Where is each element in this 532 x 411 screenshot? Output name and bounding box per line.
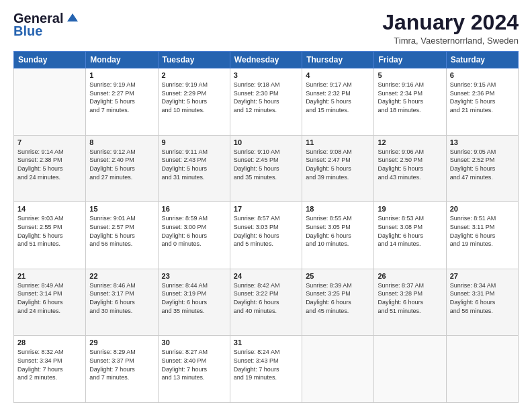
day-number: 6 <box>450 71 515 79</box>
day-info: Sunrise: 9:19 AM Sunset: 2:29 PM Dayligh… <box>162 81 226 114</box>
month-title: January 2024 <box>382 11 519 34</box>
day-number: 17 <box>234 205 298 213</box>
calendar-cell: 16Sunrise: 8:59 AM Sunset: 3:00 PM Dayli… <box>158 202 230 269</box>
calendar-cell: 6Sunrise: 9:15 AM Sunset: 2:36 PM Daylig… <box>446 68 518 136</box>
day-number: 3 <box>234 71 298 79</box>
day-number: 8 <box>89 138 154 146</box>
day-info: Sunrise: 9:11 AM Sunset: 2:43 PM Dayligh… <box>162 148 226 181</box>
calendar-cell: 17Sunrise: 8:57 AM Sunset: 3:03 PM Dayli… <box>230 202 302 269</box>
day-info: Sunrise: 8:34 AM Sunset: 3:31 PM Dayligh… <box>450 281 515 315</box>
day-info: Sunrise: 9:19 AM Sunset: 2:27 PM Dayligh… <box>89 81 154 114</box>
day-number: 31 <box>234 338 298 347</box>
calendar-table: SundayMondayTuesdayWednesdayThursdayFrid… <box>13 51 519 403</box>
day-number: 10 <box>234 138 298 146</box>
calendar-cell: 26Sunrise: 8:37 AM Sunset: 3:28 PM Dayli… <box>374 269 446 336</box>
calendar-cell: 25Sunrise: 8:39 AM Sunset: 3:25 PM Dayli… <box>302 269 374 336</box>
location: Timra, Vaesternorrland, Sweden <box>382 36 519 46</box>
day-info: Sunrise: 8:24 AM Sunset: 3:43 PM Dayligh… <box>234 348 298 381</box>
day-info: Sunrise: 9:17 AM Sunset: 2:32 PM Dayligh… <box>306 81 370 114</box>
calendar-cell: 9Sunrise: 9:11 AM Sunset: 2:43 PM Daylig… <box>158 135 230 202</box>
calendar-cell: 22Sunrise: 8:46 AM Sunset: 3:17 PM Dayli… <box>86 269 158 336</box>
calendar-cell: 24Sunrise: 8:42 AM Sunset: 3:22 PM Dayli… <box>230 269 302 336</box>
calendar-cell: 20Sunrise: 8:51 AM Sunset: 3:11 PM Dayli… <box>446 202 518 269</box>
calendar-cell: 7Sunrise: 9:14 AM Sunset: 2:38 PM Daylig… <box>14 135 86 202</box>
day-info: Sunrise: 8:53 AM Sunset: 3:08 PM Dayligh… <box>378 214 442 248</box>
day-number: 11 <box>306 138 370 146</box>
calendar-header-monday: Monday <box>86 52 158 68</box>
calendar-week-row: 21Sunrise: 8:49 AM Sunset: 3:14 PM Dayli… <box>14 269 519 336</box>
calendar-cell: 31Sunrise: 8:24 AM Sunset: 3:43 PM Dayli… <box>230 336 302 403</box>
logo-blue: Blue <box>13 24 42 39</box>
day-number: 19 <box>378 205 442 213</box>
day-info: Sunrise: 8:57 AM Sunset: 3:03 PM Dayligh… <box>234 214 298 248</box>
day-number: 1 <box>89 71 154 79</box>
day-info: Sunrise: 8:49 AM Sunset: 3:14 PM Dayligh… <box>17 281 82 315</box>
calendar-cell: 27Sunrise: 8:34 AM Sunset: 3:31 PM Dayli… <box>446 269 518 336</box>
calendar-header-thursday: Thursday <box>302 52 374 68</box>
logo-icon <box>64 12 79 23</box>
calendar-cell: 12Sunrise: 9:06 AM Sunset: 2:50 PM Dayli… <box>374 135 446 202</box>
page: General Blue January 2024 Timra, Vaester… <box>0 0 532 411</box>
day-number: 12 <box>378 138 442 146</box>
calendar-cell: 11Sunrise: 9:08 AM Sunset: 2:47 PM Dayli… <box>302 135 374 202</box>
day-number: 30 <box>162 338 226 347</box>
calendar-week-row: 14Sunrise: 9:03 AM Sunset: 2:55 PM Dayli… <box>14 202 519 269</box>
day-info: Sunrise: 9:18 AM Sunset: 2:30 PM Dayligh… <box>234 81 298 114</box>
calendar-cell: 8Sunrise: 9:12 AM Sunset: 2:40 PM Daylig… <box>86 135 158 202</box>
day-info: Sunrise: 8:29 AM Sunset: 3:37 PM Dayligh… <box>89 348 154 381</box>
day-info: Sunrise: 8:46 AM Sunset: 3:17 PM Dayligh… <box>89 281 154 315</box>
day-info: Sunrise: 8:39 AM Sunset: 3:25 PM Dayligh… <box>306 281 370 315</box>
day-info: Sunrise: 9:12 AM Sunset: 2:40 PM Dayligh… <box>89 148 154 181</box>
calendar-cell: 21Sunrise: 8:49 AM Sunset: 3:14 PM Dayli… <box>14 269 86 336</box>
calendar-cell <box>14 68 86 136</box>
day-number: 28 <box>17 338 82 347</box>
day-number: 29 <box>89 338 154 347</box>
day-number: 22 <box>89 272 154 280</box>
day-number: 24 <box>234 272 298 280</box>
day-number: 15 <box>89 205 154 213</box>
calendar-cell: 18Sunrise: 8:55 AM Sunset: 3:05 PM Dayli… <box>302 202 374 269</box>
day-number: 18 <box>306 205 370 213</box>
day-number: 27 <box>450 272 515 280</box>
day-number: 16 <box>162 205 226 213</box>
calendar-cell: 13Sunrise: 9:05 AM Sunset: 2:52 PM Dayli… <box>446 135 518 202</box>
day-info: Sunrise: 8:55 AM Sunset: 3:05 PM Dayligh… <box>306 214 370 248</box>
day-info: Sunrise: 9:05 AM Sunset: 2:52 PM Dayligh… <box>450 148 515 181</box>
day-info: Sunrise: 9:10 AM Sunset: 2:45 PM Dayligh… <box>234 148 298 181</box>
calendar-week-row: 7Sunrise: 9:14 AM Sunset: 2:38 PM Daylig… <box>14 135 519 202</box>
calendar-cell: 1Sunrise: 9:19 AM Sunset: 2:27 PM Daylig… <box>86 68 158 136</box>
day-info: Sunrise: 9:01 AM Sunset: 2:57 PM Dayligh… <box>89 214 154 248</box>
day-info: Sunrise: 9:06 AM Sunset: 2:50 PM Dayligh… <box>378 148 442 181</box>
calendar-cell: 19Sunrise: 8:53 AM Sunset: 3:08 PM Dayli… <box>374 202 446 269</box>
day-number: 5 <box>378 71 442 79</box>
calendar-cell: 15Sunrise: 9:01 AM Sunset: 2:57 PM Dayli… <box>86 202 158 269</box>
day-number: 4 <box>306 71 370 79</box>
calendar-header-saturday: Saturday <box>446 52 518 68</box>
svg-marker-0 <box>67 13 78 21</box>
day-number: 23 <box>162 272 226 280</box>
calendar-header-sunday: Sunday <box>14 52 86 68</box>
calendar-cell <box>446 336 518 403</box>
calendar-cell: 30Sunrise: 8:27 AM Sunset: 3:40 PM Dayli… <box>158 336 230 403</box>
calendar-cell: 10Sunrise: 9:10 AM Sunset: 2:45 PM Dayli… <box>230 135 302 202</box>
day-info: Sunrise: 9:15 AM Sunset: 2:36 PM Dayligh… <box>450 81 515 114</box>
calendar-cell: 3Sunrise: 9:18 AM Sunset: 2:30 PM Daylig… <box>230 68 302 136</box>
day-number: 9 <box>162 138 226 146</box>
day-number: 7 <box>17 138 82 146</box>
day-info: Sunrise: 9:14 AM Sunset: 2:38 PM Dayligh… <box>17 148 82 181</box>
day-info: Sunrise: 8:37 AM Sunset: 3:28 PM Dayligh… <box>378 281 442 315</box>
day-info: Sunrise: 8:44 AM Sunset: 3:19 PM Dayligh… <box>162 281 226 315</box>
day-number: 2 <box>162 71 226 79</box>
day-info: Sunrise: 9:16 AM Sunset: 2:34 PM Dayligh… <box>378 81 442 114</box>
calendar-header-tuesday: Tuesday <box>158 52 230 68</box>
day-info: Sunrise: 9:03 AM Sunset: 2:55 PM Dayligh… <box>17 214 82 248</box>
day-number: 13 <box>450 138 515 146</box>
day-number: 26 <box>378 272 442 280</box>
calendar-cell: 2Sunrise: 9:19 AM Sunset: 2:29 PM Daylig… <box>158 68 230 136</box>
logo: General Blue <box>13 11 79 39</box>
header: General Blue January 2024 Timra, Vaester… <box>13 11 519 46</box>
day-info: Sunrise: 8:51 AM Sunset: 3:11 PM Dayligh… <box>450 214 515 248</box>
day-number: 25 <box>306 272 370 280</box>
calendar-cell: 29Sunrise: 8:29 AM Sunset: 3:37 PM Dayli… <box>86 336 158 403</box>
title-block: January 2024 Timra, Vaesternorrland, Swe… <box>382 11 519 46</box>
